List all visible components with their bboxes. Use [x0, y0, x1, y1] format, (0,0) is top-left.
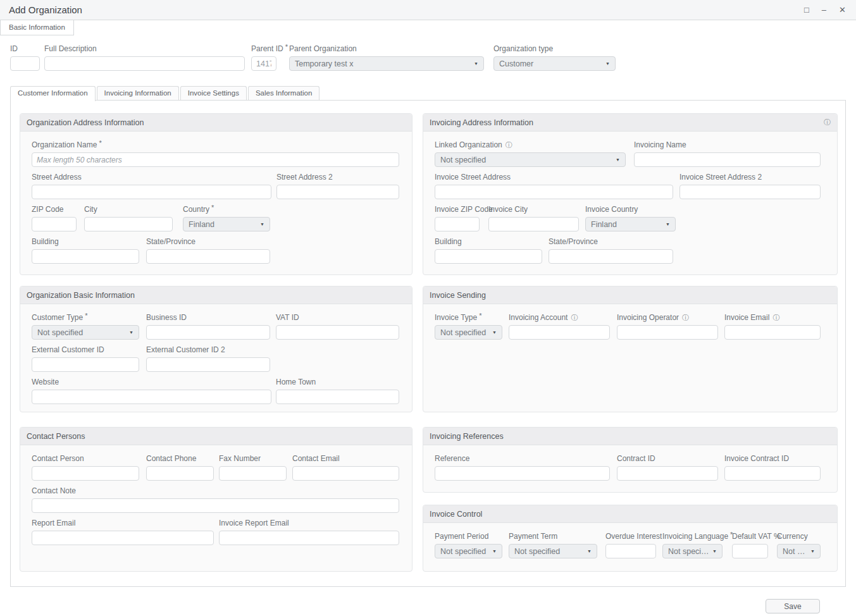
required-mark: * [211, 204, 214, 211]
section-title: Invoicing Address Information [430, 118, 533, 127]
invoicing-language-label: Invoicing Language [662, 532, 728, 541]
info-icon[interactable]: ⓘ [824, 118, 831, 127]
vat-id-input[interactable] [276, 325, 399, 340]
invoice-street-address-2-label: Invoice Street Address 2 [679, 173, 821, 182]
invoice-type-dropdown[interactable]: Not specified ▼ [435, 325, 502, 340]
overdue-interest-input[interactable] [605, 544, 656, 558]
invoice-building-label: Building [435, 237, 542, 247]
invoice-country-dropdown[interactable]: Finland ▼ [585, 217, 676, 231]
invoice-street-address-input[interactable] [435, 185, 673, 199]
tab-sales-information[interactable]: Sales Information [248, 86, 320, 100]
parent-organization-label: Parent Organization [289, 44, 484, 54]
info-icon[interactable]: ⓘ [506, 141, 512, 149]
overdue-interest-label: Overdue Interest [605, 532, 656, 541]
invoice-email-label: Invoice Email [724, 313, 769, 322]
country-dropdown[interactable]: Finland ▼ [183, 217, 270, 231]
business-id-input[interactable] [146, 325, 270, 340]
organization-name-input[interactable] [32, 152, 399, 167]
id-input[interactable] [10, 56, 40, 71]
invoicing-name-input[interactable] [634, 152, 821, 167]
website-input[interactable] [32, 390, 271, 404]
save-button[interactable]: Save [766, 599, 820, 613]
contract-id-label: Contract ID [617, 454, 718, 464]
contact-note-label: Contact Note [32, 486, 399, 496]
country-label: Country [183, 205, 209, 214]
parent-organization-dropdown[interactable]: Temporary test x ▼ [289, 56, 484, 71]
currency-dropdown[interactable]: Not s… ▼ [777, 544, 821, 558]
external-customer-id-2-input[interactable] [146, 357, 270, 372]
info-icon[interactable]: ⓘ [571, 314, 578, 321]
organization-address-section-header: Organization Address Information [20, 114, 412, 132]
customer-type-value: Not specified [37, 328, 127, 337]
city-input[interactable] [84, 217, 173, 231]
parent-id-field-group: Parent ID* [251, 44, 276, 71]
required-mark: * [479, 312, 481, 319]
invoice-country-value: Finland [591, 220, 663, 229]
home-town-label: Home Town [276, 378, 399, 387]
payment-period-dropdown[interactable]: Not specified ▼ [435, 544, 502, 558]
contact-persons-section-header: Contact Persons [20, 428, 412, 445]
minimize-icon[interactable]: – [822, 6, 826, 14]
default-vat-input[interactable] [732, 544, 768, 558]
contact-person-input[interactable] [32, 466, 139, 481]
parent-id-input [251, 56, 276, 71]
street-address-label: Street Address [32, 173, 271, 182]
section-title: Organization Basic Information [27, 291, 135, 300]
state-province-input[interactable] [146, 249, 270, 264]
invoice-contract-id-input[interactable] [724, 466, 821, 481]
building-input[interactable] [32, 249, 139, 264]
street-address-input[interactable] [32, 185, 271, 199]
home-town-input[interactable] [276, 390, 399, 404]
invoice-zip-code-input[interactable] [435, 217, 480, 231]
dropdown-arrow-icon: ▼ [129, 330, 133, 335]
payment-term-value: Not specified [514, 547, 585, 556]
contact-note-input[interactable] [32, 498, 399, 513]
invoice-report-email-input[interactable] [219, 531, 399, 545]
invoice-street-address-2-input[interactable] [679, 185, 821, 199]
invoicing-account-input[interactable] [509, 325, 610, 340]
invoice-type-value: Not specified [440, 328, 490, 337]
street-address-2-input[interactable] [276, 185, 399, 199]
dropdown-arrow-icon: ▼ [616, 157, 620, 162]
dropdown-arrow-icon: ▼ [260, 222, 264, 226]
tab-customer-information[interactable]: Customer Information [10, 86, 96, 101]
linked-organization-dropdown[interactable]: Not specified ▼ [435, 152, 626, 167]
tab-invoicing-information[interactable]: Invoicing Information [97, 86, 179, 100]
invoice-building-input[interactable] [435, 249, 542, 264]
invoice-email-input[interactable] [724, 325, 821, 340]
dropdown-arrow-icon: ▼ [605, 61, 610, 66]
maximize-icon[interactable]: □ [804, 6, 809, 14]
invoicing-references-section-header: Invoicing References [423, 428, 837, 445]
payment-term-dropdown[interactable]: Not specified ▼ [509, 544, 597, 558]
zip-code-input[interactable] [32, 217, 77, 231]
linked-organization-label: Linked Organization [435, 140, 502, 149]
reference-input[interactable] [435, 466, 610, 481]
customer-type-dropdown[interactable]: Not specified ▼ [32, 325, 139, 340]
report-email-input[interactable] [32, 531, 214, 545]
close-icon[interactable]: ✕ [839, 6, 846, 14]
required-mark: * [99, 139, 101, 147]
info-icon[interactable]: ⓘ [772, 314, 779, 321]
customer-type-label: Customer Type [32, 313, 83, 322]
organization-type-dropdown[interactable]: Customer ▼ [493, 56, 616, 71]
invoice-type-label: Invoice Type [435, 313, 477, 322]
section-title: Invoice Sending [430, 291, 486, 300]
full-description-input[interactable] [44, 56, 245, 71]
invoice-control-section: Invoice Control Payment Period Not speci… [423, 505, 838, 572]
required-mark: * [730, 531, 733, 538]
fax-number-input[interactable] [219, 466, 287, 481]
invoicing-operator-input[interactable] [617, 325, 718, 340]
info-icon[interactable]: ⓘ [682, 314, 689, 321]
external-customer-id-input[interactable] [32, 357, 139, 372]
contract-id-input[interactable] [617, 466, 718, 481]
contact-email-input[interactable] [292, 466, 399, 481]
vat-id-label: VAT ID [276, 313, 399, 323]
contact-phone-input[interactable] [146, 466, 214, 481]
invoicing-operator-label: Invoicing Operator [617, 313, 679, 322]
invoice-city-input[interactable] [488, 217, 579, 231]
tab-basic-information[interactable]: Basic Information [0, 20, 74, 35]
tab-invoice-settings[interactable]: Invoice Settings [180, 86, 247, 100]
invoice-state-province-input[interactable] [549, 249, 673, 264]
invoicing-references-section: Invoicing References Reference Contract … [423, 427, 838, 493]
invoicing-language-dropdown[interactable]: Not specified ▼ [662, 544, 723, 558]
